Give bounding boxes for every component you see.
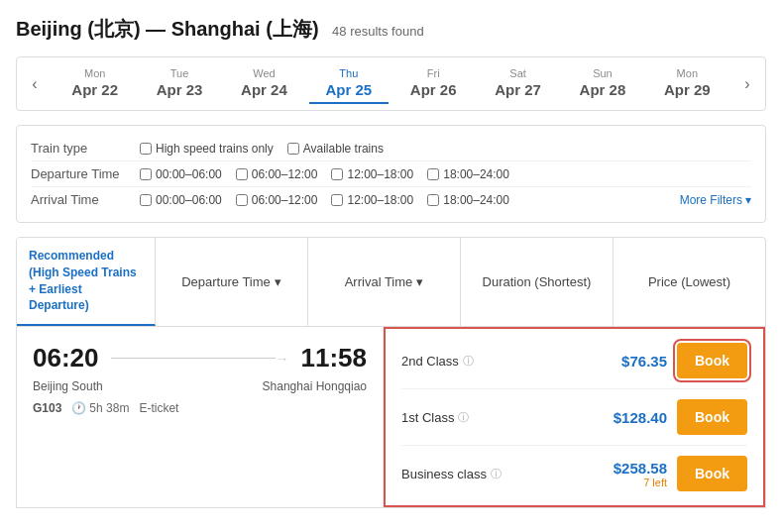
more-filters-button[interactable]: More Filters ▾ xyxy=(680,193,751,207)
option-label-arr_00_06: 00:00–06:00 xyxy=(156,193,222,207)
date-tab-5[interactable]: Sat Apr 27 xyxy=(479,63,558,104)
departure-time-filter-row: Departure Time 00:00–06:0006:00–12:0012:… xyxy=(31,160,751,186)
sort-departure-time-button[interactable]: Departure Time ▾ xyxy=(156,238,308,326)
filter-option-dep_00_06[interactable]: 00:00–06:00 xyxy=(140,167,222,181)
price-2: $258.58 xyxy=(608,460,667,477)
class-name-0: 2nd Class ⓘ xyxy=(401,354,474,369)
next-date-button[interactable]: › xyxy=(729,71,765,97)
filter-option-available[interactable]: Available trains xyxy=(287,142,384,156)
checkbox-arr_18_24[interactable] xyxy=(427,194,439,206)
book-button-1[interactable]: Book xyxy=(677,399,747,435)
filter-option-arr_00_06[interactable]: 00:00–06:00 xyxy=(140,193,222,207)
option-label-dep_18_24: 18:00–24:00 xyxy=(443,167,509,181)
checkbox-dep_00_06[interactable] xyxy=(140,168,152,180)
filter-option-arr_18_24[interactable]: 18:00–24:00 xyxy=(427,193,509,207)
class-name-1: 1st Class ⓘ xyxy=(401,410,469,425)
filter-option-arr_12_18[interactable]: 12:00–18:00 xyxy=(331,193,413,207)
checkbox-dep_06_12[interactable] xyxy=(236,168,248,180)
train-number: G103 xyxy=(33,401,61,415)
filter-option-dep_06_12[interactable]: 06:00–12:00 xyxy=(236,167,318,181)
option-label-arr_12_18: 12:00–18:00 xyxy=(347,193,413,207)
info-icon-2[interactable]: ⓘ xyxy=(491,467,502,481)
date-tab-4[interactable]: Fri Apr 26 xyxy=(393,63,473,104)
checkbox-arr_12_18[interactable] xyxy=(331,194,343,206)
date-tab-7[interactable]: Mon Apr 29 xyxy=(647,63,726,104)
price-container-0: $76.35 xyxy=(608,353,667,370)
duration: 🕐 5h 38m xyxy=(71,401,129,415)
date-tab-6[interactable]: Sun Apr 28 xyxy=(563,63,642,104)
depart-station: Beijing South xyxy=(33,379,103,393)
train-info: 06:20 → 11:58 Beijing South Shanghai Hon… xyxy=(17,327,384,507)
arrow-icon: → xyxy=(276,351,289,367)
sort-recommended-button[interactable]: Recommended (High Speed Trains + Earlies… xyxy=(17,238,156,326)
filter-option-dep_12_18[interactable]: 12:00–18:00 xyxy=(331,167,413,181)
checkbox-high_speed[interactable] xyxy=(140,143,152,155)
sort-arrival-time-button[interactable]: Arrival Time ▾ xyxy=(308,238,461,326)
day-name: Fri xyxy=(427,67,440,79)
price-1: $128.40 xyxy=(608,409,667,426)
class-option-row-2: Business class ⓘ $258.58 7 left Book xyxy=(401,446,747,501)
sort-bar: Recommended (High Speed Trains + Earlies… xyxy=(16,237,766,327)
price-book-2: $258.58 7 left Book xyxy=(608,456,747,491)
sort-price-button[interactable]: Price (Lowest) xyxy=(614,238,765,326)
arrive-time: 11:58 xyxy=(301,343,368,373)
info-icon-1[interactable]: ⓘ xyxy=(458,410,469,425)
chevron-down-icon: ▾ xyxy=(745,193,751,207)
date-selector: ‹ Mon Apr 22 Tue Apr 23 Wed Apr 24 Thu A… xyxy=(16,56,766,111)
sort-duration-button[interactable]: Duration (Shortest) xyxy=(461,238,614,326)
result-card: 06:20 → 11:58 Beijing South Shanghai Hon… xyxy=(16,327,766,508)
price-note-2: 7 left xyxy=(608,477,667,488)
option-label-dep_12_18: 12:00–18:00 xyxy=(347,167,413,181)
option-label-high_speed: High speed trains only xyxy=(156,142,274,156)
price-container-2: $258.58 7 left xyxy=(608,460,667,488)
clock-icon: 🕐 xyxy=(71,401,86,415)
book-button-2[interactable]: Book xyxy=(677,456,747,491)
price-0: $76.35 xyxy=(608,353,667,370)
day-date: Apr 22 xyxy=(71,81,118,98)
info-icon-0[interactable]: ⓘ xyxy=(463,354,474,369)
date-tab-2[interactable]: Wed Apr 24 xyxy=(224,63,303,104)
checkbox-arr_00_06[interactable] xyxy=(140,194,152,206)
arrival-time-label: Arrival Time xyxy=(31,192,140,207)
class-option-row-0: 2nd Class ⓘ $76.35 Book xyxy=(401,333,747,389)
day-name: Wed xyxy=(253,67,275,79)
checkbox-available[interactable] xyxy=(287,143,299,155)
class-option-row-1: 1st Class ⓘ $128.40 Book xyxy=(401,389,747,446)
results-count: 48 results found xyxy=(332,24,424,39)
day-name: Mon xyxy=(677,67,698,79)
arrival-time-options: 00:00–06:0006:00–12:0012:00–18:0018:00–2… xyxy=(140,193,680,207)
train-meta: G103 🕐 5h 38m E-ticket xyxy=(33,401,367,415)
day-date: Apr 23 xyxy=(157,81,203,98)
day-name: Sun xyxy=(593,67,613,79)
day-date: Apr 27 xyxy=(495,81,541,98)
date-tab-1[interactable]: Tue Apr 23 xyxy=(140,63,219,104)
filter-option-dep_18_24[interactable]: 18:00–24:00 xyxy=(427,167,509,181)
book-button-0[interactable]: Book xyxy=(677,343,747,378)
page-title: Beijing (北京) — Shanghai (上海) 48 results … xyxy=(16,16,766,43)
departure-time-options: 00:00–06:0006:00–12:0012:00–18:0018:00–2… xyxy=(140,167,751,181)
checkbox-dep_12_18[interactable] xyxy=(331,168,343,180)
day-date: Apr 29 xyxy=(664,81,711,98)
day-date: Apr 25 xyxy=(325,81,372,98)
checkbox-dep_18_24[interactable] xyxy=(427,168,439,180)
departure-time-sort-icon: ▾ xyxy=(275,274,281,289)
filter-option-high_speed[interactable]: High speed trains only xyxy=(140,142,274,156)
train-type-filter-row: Train type High speed trains onlyAvailab… xyxy=(31,136,751,160)
station-row: Beijing South Shanghai Hongqiao xyxy=(33,379,367,393)
option-label-arr_18_24: 18:00–24:00 xyxy=(443,193,509,207)
option-label-dep_06_12: 06:00–12:00 xyxy=(252,167,318,181)
date-tab-0[interactable]: Mon Apr 22 xyxy=(56,63,135,104)
departure-time-label: Departure Time xyxy=(31,166,140,181)
filter-section: Train type High speed trains onlyAvailab… xyxy=(16,125,766,223)
date-tabs: Mon Apr 22 Tue Apr 23 Wed Apr 24 Thu Apr… xyxy=(53,63,729,104)
route-arrow: → xyxy=(111,351,289,367)
arrival-time-sort-icon: ▾ xyxy=(416,274,423,289)
filter-option-arr_06_12[interactable]: 06:00–12:00 xyxy=(236,193,318,207)
day-name: Thu xyxy=(339,67,358,79)
date-tab-3[interactable]: Thu Apr 25 xyxy=(309,63,389,104)
train-type-label: Train type xyxy=(31,141,140,156)
checkbox-arr_06_12[interactable] xyxy=(236,194,248,206)
day-date: Apr 24 xyxy=(241,81,287,98)
time-row: 06:20 → 11:58 xyxy=(33,343,367,373)
prev-date-button[interactable]: ‹ xyxy=(17,71,53,97)
